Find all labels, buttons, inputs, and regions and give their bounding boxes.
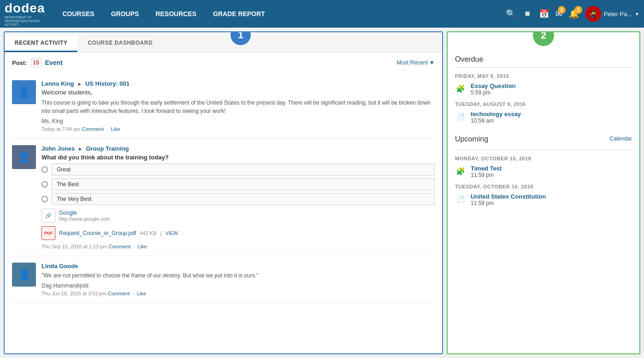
tab-recent-activity[interactable]: RECENT ACTIVITY	[5, 35, 77, 52]
upcoming-divider	[455, 150, 632, 150]
time-1: Today at 7:49 am	[41, 126, 80, 132]
left-panel: RECENT ACTIVITY COURSE DASHBOARD 1 Post:…	[4, 31, 443, 354]
avatar-lenna-king: 👤	[12, 80, 36, 104]
poll-text-3: The Very Best	[52, 193, 435, 205]
constitution-icon: 📄	[455, 194, 466, 205]
grid-icon[interactable]: ◽	[522, 9, 532, 19]
timed-test-icon: 🧩	[455, 165, 466, 176]
overdue-date-1: FRIDAY, MAY 6, 2016	[455, 73, 632, 79]
activity-body-3: Linda Goode "We are not permitted to cho…	[41, 263, 435, 296]
nav-groups[interactable]: GROUPS	[103, 0, 148, 28]
sort-label: Most Recent	[396, 59, 427, 66]
calendar-icon[interactable]: 📅	[539, 9, 549, 19]
activity-body-1: Lenna King ► US History: 001 Welcome stu…	[41, 80, 435, 132]
navbar: dodea DEPARTMENT OF DEFENSE EDUCATION AC…	[0, 0, 644, 28]
right-panel: 2 Overdue FRIDAY, MAY 6, 2016 🧩 Essay Qu…	[447, 31, 640, 354]
pdf-attachment: PDF Request_Course_or_Group.pdf 442 KB |…	[41, 226, 435, 240]
main-content: RECENT ACTIVITY COURSE DASHBOARD 1 Post:…	[0, 28, 644, 358]
like-link-3[interactable]: Like	[137, 291, 146, 296]
essay-question-time: 5:59 pm	[471, 89, 516, 96]
timed-test-name[interactable]: Timed Test	[471, 165, 502, 172]
post-row: Post: 15 Event Most Recent ▼	[12, 58, 435, 67]
activity-item-3: 👤 Linda Goode "We are not permitted to c…	[12, 256, 435, 303]
course-1[interactable]: US History: 001	[85, 80, 130, 87]
poll-option-3: The Very Best	[41, 193, 435, 205]
sort-arrow: ▼	[429, 59, 435, 66]
overdue-date-2: TUESDAY, AUGUST 9, 2016	[455, 101, 632, 107]
link-name[interactable]: Google	[59, 210, 110, 216]
like-link-1[interactable]: Like	[111, 126, 120, 132]
logo-sub: DEPARTMENT OF DEFENSE EDUCATION ACTIVITY	[5, 16, 41, 26]
activity-subject-2: What did you think about the training to…	[41, 154, 435, 161]
avatar: 🥷	[585, 6, 601, 22]
pdf-icon: PDF	[41, 226, 55, 240]
author-1[interactable]: Lenna King	[41, 80, 74, 87]
comment-link-3[interactable]: Comment	[108, 291, 130, 296]
like-link-2[interactable]: Like	[138, 244, 147, 249]
activity-body-text-1: This course is going to take you through…	[41, 99, 435, 115]
view-link[interactable]: VIEW	[165, 230, 178, 236]
pdf-name[interactable]: Request_Course_or_Group.pdf	[59, 230, 136, 236]
upcoming-item-2: 📄 United States Constitution 11:59 pm	[455, 193, 632, 206]
overdue-section: Overdue FRIDAY, MAY 6, 2016 🧩 Essay Ques…	[455, 55, 632, 124]
poll-text-2: The Best	[52, 178, 435, 190]
avatar-linda-goode: 👤	[12, 263, 36, 287]
constitution-name[interactable]: United States Constitution	[471, 193, 546, 200]
activity-header-3: Linda Goode	[41, 263, 435, 270]
overdue-item-2: 📄 technology essay 10:59 am	[455, 111, 632, 124]
upcoming-header: Upcoming Calendar	[455, 130, 632, 147]
upcoming-date-1: MONDAY, OCTOBER 15, 2018	[455, 156, 632, 161]
overdue-title: Overdue	[455, 55, 632, 64]
course-2[interactable]: Group Training	[86, 145, 129, 152]
author-3[interactable]: Linda Goode	[41, 263, 78, 270]
comment-link-1[interactable]: Comment	[82, 126, 104, 132]
tech-essay-name[interactable]: technology essay	[471, 111, 521, 117]
arrow-icon-2: ►	[78, 146, 83, 152]
username: Peter Pa...	[604, 11, 632, 18]
overdue-item-1: 🧩 Essay Question 5:59 pm	[455, 82, 632, 96]
poll-radio-2[interactable]	[41, 181, 48, 188]
upcoming-date-2: TUESDAY, OCTOBER 16, 2018	[455, 184, 632, 189]
signature-1: Ms. King	[41, 118, 435, 124]
event-num: 15	[33, 59, 39, 66]
right-content: Overdue FRIDAY, MAY 6, 2016 🧩 Essay Ques…	[448, 32, 639, 353]
link-attachment: 🔗 Google http://www.google.com	[41, 209, 435, 223]
tabs-row: RECENT ACTIVITY COURSE DASHBOARD	[5, 32, 442, 53]
sort-dropdown[interactable]: Most Recent ▼	[396, 59, 435, 66]
meta-1: Today at 7:49 am Comment · Like	[41, 126, 435, 132]
nav-courses[interactable]: COURSES	[54, 0, 102, 28]
poll-radio-3[interactable]	[41, 196, 48, 202]
nav-items: COURSES GROUPS RESOURCES GRADE REPORT	[54, 0, 505, 28]
essay-question-name[interactable]: Essay Question	[471, 82, 516, 89]
nav-grade-report[interactable]: GRADE REPORT	[205, 0, 273, 28]
arrow-icon-1: ►	[77, 81, 82, 87]
upcoming-section: Upcoming Calendar MONDAY, OCTOBER 15, 20…	[455, 130, 632, 206]
overdue-info-2: technology essay 10:59 am	[471, 111, 521, 124]
upcoming-item-1: 🧩 Timed Test 11:59 pm	[455, 165, 632, 178]
pdf-size: 442 KB	[140, 230, 156, 236]
author-2[interactable]: John Jones	[41, 145, 75, 152]
mail-icon[interactable]: ✉ 2	[555, 9, 562, 19]
user-menu[interactable]: 🥷 Peter Pa... ▼	[585, 6, 639, 22]
calendar-link[interactable]: Calendar	[609, 135, 632, 142]
constitution-time: 11:59 pm	[471, 200, 546, 206]
logo-text: dodea	[5, 1, 45, 16]
logo: dodea DEPARTMENT OF DEFENSE EDUCATION AC…	[5, 1, 45, 26]
event-label[interactable]: Event	[45, 59, 63, 66]
tab-course-dashboard[interactable]: COURSE DASHBOARD	[77, 35, 163, 52]
overdue-info-1: Essay Question 5:59 pm	[471, 82, 516, 96]
search-icon[interactable]: 🔍	[506, 9, 516, 19]
tabs-container: RECENT ACTIVITY COURSE DASHBOARD 1	[5, 32, 442, 53]
navbar-right: 🔍 ◽ 📅 ✉ 2 🔔 2 🥷 Peter Pa... ▼	[506, 6, 639, 22]
signature-3: Dag Hammarskjold	[41, 282, 435, 289]
poll-text-1: Great	[52, 164, 435, 176]
essay-question-icon: 🧩	[455, 83, 466, 94]
nav-resources[interactable]: RESOURCES	[147, 0, 205, 28]
comment-link-2[interactable]: Comment	[109, 244, 131, 249]
bell-icon[interactable]: 🔔 2	[569, 9, 579, 19]
poll-radio-1[interactable]	[41, 166, 48, 173]
event-icon: 15	[31, 58, 41, 67]
activity-header-2: John Jones ► Group Training	[41, 145, 435, 152]
avatar-john-jones: 👤	[12, 145, 36, 169]
activity-subject-1: Welcome students,	[41, 89, 435, 96]
